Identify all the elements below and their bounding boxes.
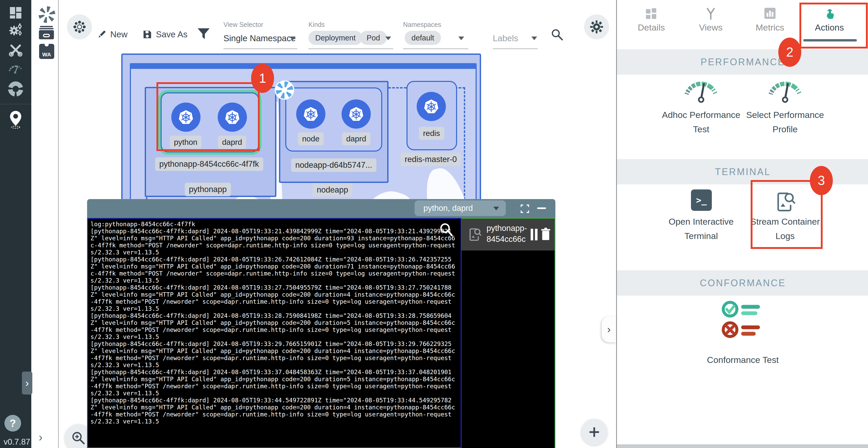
container-label: daprd (342, 132, 371, 145)
settings-button[interactable] (584, 14, 609, 39)
pause-stream-button[interactable] (530, 228, 539, 242)
conformance-test-label[interactable]: Conformance Test (707, 353, 779, 367)
tab-label: Metrics (744, 23, 796, 33)
sidebar-expand-button[interactable]: › (22, 371, 32, 394)
log-entry: [pythonapp-8454cc66c-4f7fk:daprd] 2024-0… (91, 369, 458, 397)
sidebar-item-kanvas[interactable] (0, 109, 31, 130)
terminal-header[interactable]: python, daprd (87, 199, 555, 218)
segmented-donut-icon (8, 81, 23, 96)
wasm-icon: WA (39, 44, 54, 59)
details-grid-icon (645, 7, 658, 20)
wasm-item[interactable]: WA (39, 44, 54, 59)
sidebar-item-dashboard[interactable] (0, 4, 31, 22)
namespaces-label: Namespaces (403, 21, 441, 28)
sidebar-divider (0, 104, 31, 104)
pinwheel-logo-icon[interactable] (39, 6, 55, 23)
stream-item-name-line1: pythonapp- (487, 223, 527, 234)
zoom-in-icon (71, 431, 86, 445)
container-daprd[interactable] (342, 99, 371, 129)
tools-icon (8, 42, 23, 57)
sidebar-item-tools[interactable] (0, 41, 31, 58)
annotation-badge-2: 2 (778, 37, 801, 67)
tab-views[interactable]: Views (685, 0, 737, 44)
log-header-line: log:pythonapp-8454cc66c-4f7fk (91, 221, 458, 228)
panel-scrollbar[interactable] (617, 444, 868, 448)
gauge-icon (682, 76, 721, 104)
kubernetes-icon (302, 106, 319, 123)
container-redis[interactable] (417, 92, 446, 121)
pause-icon (530, 228, 539, 241)
annotation-box-2 (799, 3, 868, 49)
conformance-test-button[interactable] (721, 299, 768, 343)
deployment-label: nodeapp (313, 183, 352, 197)
new-button[interactable]: New (95, 29, 129, 40)
log-entry: [pythonapp-8454cc66c-4f7fk:daprd] 2024-0… (91, 256, 458, 284)
log-entry: [pythonapp-8454cc66c-4f7fk:daprd] 2024-0… (91, 340, 458, 369)
add-node-button[interactable] (581, 419, 607, 445)
filter-button[interactable] (197, 27, 210, 41)
stream-list-item[interactable]: pythonapp- 8454cc66c (462, 219, 555, 250)
view-selector-select[interactable]: Single Namespace (223, 33, 296, 43)
kind-chip-deployment[interactable]: Deployment (308, 31, 363, 45)
sidebar-item-mesh[interactable] (0, 80, 31, 98)
container-label: redis (419, 127, 444, 140)
adhoc-performance-button[interactable] (682, 76, 721, 106)
adhoc-performance-label[interactable]: Adhoc Performance Test (662, 108, 741, 137)
sidebar-item-performance[interactable] (0, 61, 31, 75)
minimize-icon[interactable] (537, 207, 546, 209)
primary-sidebar: › ? v0.7.87 (0, 0, 31, 448)
delete-stream-button[interactable] (540, 227, 552, 242)
chevron-down-icon[interactable] (531, 36, 537, 40)
sidebar-item-settings[interactable] (0, 21, 31, 39)
label-line: Open Interactive (669, 214, 734, 229)
trash-icon (540, 227, 552, 241)
collapse-panel-button[interactable]: › (602, 316, 616, 342)
archive-item[interactable] (38, 25, 55, 41)
kubernetes-icon (347, 106, 365, 123)
chevron-down-icon[interactable] (290, 36, 296, 40)
secondary-expand-chevron[interactable]: › (39, 430, 42, 444)
terminal-prompt-icon[interactable]: >_ (691, 189, 712, 211)
performance-section-header: PERFORMANCE (617, 49, 868, 74)
log-entry: [pythonapp-8454cc66c-4f7fk:daprd] 2024-0… (91, 397, 458, 425)
magnifier-icon[interactable] (439, 222, 455, 238)
log-output[interactable]: log:pythonapp-8454cc66c-4f7fk [pythonapp… (87, 218, 462, 448)
open-interactive-terminal-label[interactable]: Open Interactive Terminal (669, 214, 734, 243)
log-entry: [pythonapp-8454cc66c-4f7fk:daprd] 2024-0… (91, 284, 458, 312)
gear-icon (590, 20, 603, 34)
kinds-underline (308, 49, 393, 49)
pod-label: pythonapp-8454cc66c-4f7fk (155, 157, 264, 171)
labels-select[interactable]: Labels (493, 33, 518, 43)
annotation-box-3 (751, 180, 823, 249)
conformance-icon (721, 299, 768, 342)
floppy-icon (142, 29, 152, 39)
tab-details[interactable]: Details (625, 0, 677, 44)
pod-label: redis-master-0 (401, 153, 461, 166)
namespace-chip-default[interactable]: default (405, 31, 441, 45)
kind-chip-pod[interactable]: Pod (360, 31, 387, 45)
pod-redis[interactable]: redis (406, 81, 457, 150)
kubernetes-icon (423, 98, 440, 115)
chevron-down-icon[interactable] (385, 36, 391, 40)
label-line: Profile (746, 122, 824, 137)
search-button[interactable] (551, 28, 564, 43)
labels-underline (493, 49, 538, 49)
container-node[interactable] (296, 99, 326, 129)
container-selector[interactable]: python, daprd (414, 200, 506, 216)
save-as-button[interactable]: Save As (141, 29, 189, 40)
container-label: node (298, 132, 324, 145)
dapr-app-button[interactable] (67, 14, 92, 39)
deployment-nodeapp[interactable]: node daprd nodeapp-d64b5747... (279, 81, 389, 183)
fullscreen-icon[interactable] (520, 204, 530, 214)
label-line: Terminal (669, 229, 734, 243)
select-performance-profile-button[interactable] (766, 76, 805, 106)
gauge-icon (766, 76, 805, 104)
stream-logs-icon (467, 227, 483, 242)
stream-item-name-line2: 8454cc66c (487, 234, 527, 245)
pod-nodeapp[interactable]: node daprd (285, 87, 382, 152)
chevron-down-icon[interactable] (458, 36, 464, 40)
chevron-down-icon (493, 207, 499, 210)
select-performance-profile-label[interactable]: Select Performance Profile (746, 108, 824, 137)
deployment-label: pythonapp (185, 183, 231, 196)
help-button[interactable]: ? (4, 415, 21, 431)
